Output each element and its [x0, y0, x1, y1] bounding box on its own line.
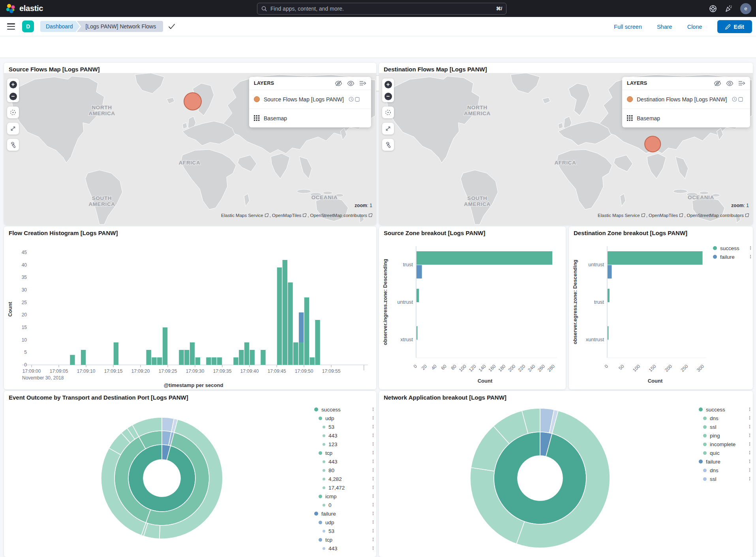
legend-item-4,282[interactable]: 4,282 — [314, 475, 373, 483]
histogram-bar-success[interactable] — [293, 342, 298, 365]
bar-failure[interactable] — [416, 265, 422, 278]
legend-item-failure[interactable]: failure — [699, 457, 750, 466]
zoom-in-button[interactable]: + — [382, 79, 394, 90]
legend-actions-icon[interactable] — [372, 503, 373, 507]
histogram-bar-success[interactable] — [288, 282, 293, 365]
legend-item-icmp[interactable]: icmp — [314, 492, 373, 501]
legend-item-443[interactable]: 443 — [314, 544, 373, 553]
clone-link[interactable]: Clone — [687, 24, 702, 30]
legend-item-53[interactable]: 53 — [314, 527, 373, 535]
legend-item-80[interactable]: 80 — [314, 466, 373, 475]
histogram-bar-success[interactable] — [244, 342, 249, 365]
histogram-bar-success[interactable] — [206, 357, 211, 365]
histogram-bar-success[interactable] — [157, 357, 162, 365]
layer-row-basemap[interactable]: Basemap — [249, 108, 371, 127]
legend-actions-icon[interactable] — [749, 416, 750, 421]
fit-to-data-button[interactable] — [7, 107, 19, 118]
attribution-link[interactable]: Elastic Maps Service — [221, 213, 263, 218]
collapse-layers-icon[interactable] — [359, 80, 366, 86]
histogram-bar-success[interactable] — [146, 350, 151, 365]
eye-slash-icon[interactable] — [335, 80, 342, 86]
help-icon[interactable] — [709, 4, 717, 13]
bar-failure[interactable] — [608, 265, 612, 278]
flow-location-marker[interactable] — [184, 93, 201, 110]
bar-success[interactable] — [608, 326, 608, 340]
histogram-bar-success[interactable] — [277, 267, 282, 365]
elastic-logo[interactable]: elastic — [6, 4, 43, 14]
user-avatar[interactable]: e — [740, 3, 751, 14]
legend-item-123[interactable]: 123 — [314, 440, 373, 449]
histogram-bar-success[interactable] — [315, 320, 320, 365]
sunburst-slice-success[interactable] — [128, 445, 195, 512]
legend-item-53[interactable]: 53 — [314, 422, 373, 431]
eye-slash-icon[interactable] — [714, 80, 721, 86]
legend-item-ping[interactable]: ping — [699, 431, 750, 440]
legend-actions-icon[interactable] — [372, 511, 373, 516]
legend-item-success[interactable]: success — [713, 244, 751, 252]
legend-item-success[interactable]: success — [314, 405, 373, 414]
histogram-bar-success[interactable] — [304, 297, 309, 365]
eye-icon[interactable] — [347, 80, 355, 86]
attribution-link[interactable]: OpenStreetMap contributors — [687, 213, 744, 218]
legend-actions-icon[interactable] — [372, 537, 373, 542]
layer-row-flows[interactable]: Destination Flows Map [Logs PANW] — [622, 90, 750, 108]
legend-actions-icon[interactable] — [749, 477, 750, 481]
histogram-bar-success[interactable] — [212, 357, 216, 365]
legend-item-tcp[interactable]: tcp — [314, 449, 373, 457]
sunburst-slice-success[interactable] — [494, 432, 586, 524]
histogram-bar-success[interactable] — [114, 342, 118, 365]
legend-item-incomplete[interactable]: incomplete — [699, 440, 750, 449]
histogram-bar-success[interactable] — [179, 350, 184, 365]
expand-map-button[interactable] — [7, 123, 19, 135]
legend-item-dns[interactable]: dns — [699, 414, 750, 422]
legend-actions-icon[interactable] — [372, 442, 373, 447]
legend-actions-icon[interactable] — [372, 494, 373, 499]
collapse-layers-icon[interactable] — [738, 80, 745, 86]
legend-actions-icon[interactable] — [372, 450, 373, 455]
edit-button[interactable]: Edit — [717, 20, 752, 33]
legend-actions-icon[interactable] — [372, 529, 373, 533]
bar-success[interactable] — [608, 251, 703, 265]
fit-to-data-button[interactable] — [382, 107, 394, 118]
bar-success[interactable] — [608, 289, 610, 302]
flow-location-marker[interactable] — [645, 136, 660, 152]
menu-icon[interactable] — [7, 23, 15, 30]
legend-item-udp[interactable]: udp — [314, 518, 373, 527]
bar-success[interactable] — [416, 251, 552, 265]
histogram-bar-success[interactable] — [239, 350, 244, 365]
zoom-out-button[interactable]: − — [382, 90, 394, 102]
zoom-out-button[interactable]: − — [7, 90, 19, 102]
histogram-bar-success[interactable] — [152, 357, 156, 365]
legend-item-failure[interactable]: failure — [314, 509, 373, 518]
attribution-link[interactable]: OpenMapTiles — [272, 213, 301, 218]
newsfeed-icon[interactable] — [724, 4, 733, 13]
legend-actions-icon[interactable] — [749, 424, 750, 429]
histogram-bar-success[interactable] — [190, 342, 195, 365]
histogram-bar-success[interactable] — [250, 350, 255, 365]
legend-actions-icon[interactable] — [749, 433, 750, 438]
checkbox-icon[interactable] — [738, 97, 743, 102]
attribution-link[interactable]: OpenMapTiles — [649, 213, 678, 218]
histogram-bar-success[interactable] — [261, 350, 265, 365]
legend-actions-icon[interactable] — [749, 450, 750, 455]
histogram-bar-success[interactable] — [283, 260, 287, 365]
attribution-link[interactable]: OpenStreetMap contributors — [310, 213, 367, 218]
legend-actions-icon[interactable] — [749, 459, 750, 464]
attribution-link[interactable]: Elastic Maps Service — [598, 213, 640, 218]
zoom-in-button[interactable]: + — [7, 79, 19, 90]
histogram-bar-success[interactable] — [81, 350, 86, 365]
share-link[interactable]: Share — [657, 24, 672, 30]
checkbox-icon[interactable] — [355, 97, 360, 102]
histogram-bar-success[interactable] — [195, 357, 200, 365]
legend-actions-icon[interactable] — [372, 407, 373, 412]
histogram-bar-failure[interactable] — [299, 312, 304, 342]
legend-item-quic[interactable]: quic — [699, 449, 750, 457]
histogram-bar-success[interactable] — [217, 357, 222, 365]
breadcrumb-dashboard[interactable]: Dashboard — [40, 21, 80, 32]
legend-actions-icon[interactable] — [750, 254, 751, 259]
map-tools-button[interactable] — [7, 139, 19, 151]
legend-actions-icon[interactable] — [372, 416, 373, 421]
legend-actions-icon[interactable] — [372, 485, 373, 490]
expand-map-button[interactable] — [382, 123, 394, 135]
legend-item-ssl[interactable]: ssl — [699, 422, 750, 431]
